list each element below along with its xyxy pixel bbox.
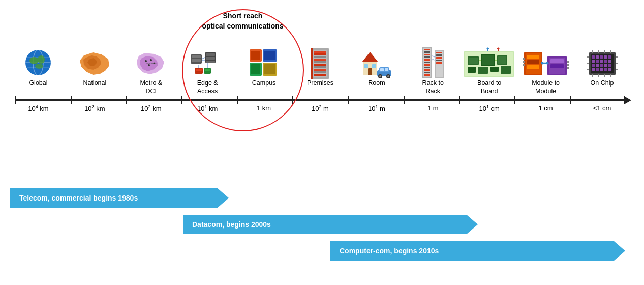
svg-rect-139: [596, 68, 599, 71]
arrows-container: Telecom, commercial begins 1980s Datacom…: [10, 188, 625, 261]
scale-metro: 102 km: [123, 104, 179, 112]
scale-global: 104 km: [10, 104, 67, 112]
svg-rect-145: [604, 50, 605, 53]
svg-rect-94: [468, 67, 476, 73]
svg-rect-15: [192, 59, 201, 62]
cat-rack: Rack toRack: [405, 79, 461, 96]
computercom-arrow: Computer-com, begins 2010s: [330, 241, 625, 261]
svg-rect-131: [604, 60, 607, 63]
svg-rect-130: [600, 60, 603, 63]
svg-rect-44: [314, 56, 326, 58]
svg-rect-108: [527, 65, 539, 69]
svg-rect-136: [604, 64, 607, 67]
svg-rect-137: [608, 64, 611, 67]
svg-rect-64: [380, 68, 384, 71]
svg-rect-149: [604, 74, 605, 77]
svg-rect-154: [616, 56, 618, 58]
cat-campus: Campus: [236, 79, 292, 96]
svg-point-11: [148, 64, 150, 66]
svg-rect-69: [424, 51, 430, 53]
scale-rack: 1 m: [405, 104, 461, 112]
svg-rect-85: [436, 62, 442, 64]
svg-rect-57: [372, 64, 376, 68]
svg-rect-31: [264, 51, 275, 60]
svg-point-10: [150, 59, 152, 61]
svg-rect-77: [424, 72, 430, 73]
svg-rect-82: [436, 54, 442, 56]
svg-rect-83: [436, 57, 442, 59]
svg-rect-126: [604, 55, 607, 59]
cat-global: Global: [10, 79, 67, 96]
svg-rect-81: [436, 52, 442, 53]
svg-rect-49: [314, 69, 326, 71]
svg-rect-27: [205, 69, 210, 71]
svg-rect-97: [501, 66, 511, 74]
svg-marker-101: [486, 47, 490, 49]
scale-module: 1 cm: [517, 104, 574, 112]
svg-rect-150: [610, 74, 611, 77]
svg-rect-75: [424, 67, 430, 68]
svg-rect-153: [587, 69, 589, 70]
svg-rect-72: [424, 59, 430, 61]
svg-rect-18: [206, 57, 215, 60]
svg-rect-56: [364, 64, 368, 68]
svg-point-12: [153, 63, 155, 64]
svg-rect-71: [424, 56, 430, 58]
main-container: Short reachoptical communications: [0, 0, 644, 285]
cat-premises: Premises: [292, 79, 349, 96]
svg-point-7: [35, 64, 43, 69]
svg-rect-152: [587, 63, 589, 64]
computercom-label: Computer-com, begins 2010s: [340, 247, 439, 255]
svg-rect-50: [314, 71, 326, 73]
svg-rect-35: [264, 64, 275, 74]
svg-rect-65: [385, 68, 388, 71]
timeline-axis: [15, 99, 625, 101]
svg-rect-91: [482, 55, 494, 65]
svg-rect-110: [523, 61, 525, 63]
svg-point-6: [38, 55, 45, 64]
svg-rect-147: [592, 74, 593, 77]
svg-rect-46: [314, 61, 326, 63]
scale-campus: 1 km: [236, 104, 292, 112]
svg-point-63: [387, 75, 389, 77]
svg-rect-76: [424, 69, 430, 71]
svg-rect-144: [598, 50, 599, 53]
svg-rect-74: [424, 64, 430, 66]
svg-point-119: [541, 62, 543, 65]
svg-rect-142: [608, 68, 611, 71]
svg-rect-116: [567, 61, 569, 63]
svg-rect-51: [314, 74, 326, 76]
svg-rect-48: [314, 66, 326, 68]
cat-module: Module toModule: [517, 79, 574, 96]
scale-national: 103 km: [67, 104, 123, 112]
svg-rect-114: [550, 59, 564, 63]
svg-rect-70: [424, 54, 430, 55]
svg-point-5: [29, 57, 39, 64]
telecom-label: Telecom, commercial begins 1980s: [19, 194, 138, 202]
telecom-arrow: Telecom, commercial begins 1980s: [10, 188, 229, 208]
svg-rect-143: [592, 50, 593, 53]
svg-rect-123: [592, 55, 595, 59]
short-reach-label: Short reachoptical communications: [198, 11, 287, 31]
svg-point-62: [379, 75, 381, 77]
svg-rect-140: [600, 68, 603, 71]
svg-rect-125: [600, 55, 603, 59]
svg-rect-55: [368, 68, 372, 75]
scale-board: 101 cm: [461, 104, 517, 112]
cat-board: Board toBoard: [461, 79, 517, 96]
svg-rect-89: [469, 58, 478, 64]
svg-rect-68: [424, 49, 430, 50]
svg-marker-103: [496, 47, 500, 49]
cat-room: Room: [348, 79, 405, 96]
cat-national: National: [67, 79, 123, 96]
svg-rect-134: [596, 64, 599, 67]
cat-edge: Edge &Access: [179, 79, 236, 96]
svg-rect-111: [523, 64, 525, 66]
svg-rect-52: [311, 48, 313, 79]
svg-rect-124: [596, 55, 599, 59]
svg-rect-155: [616, 63, 618, 64]
svg-rect-151: [587, 56, 589, 58]
svg-rect-45: [314, 59, 326, 61]
svg-rect-14: [192, 55, 201, 58]
svg-rect-128: [592, 60, 595, 63]
